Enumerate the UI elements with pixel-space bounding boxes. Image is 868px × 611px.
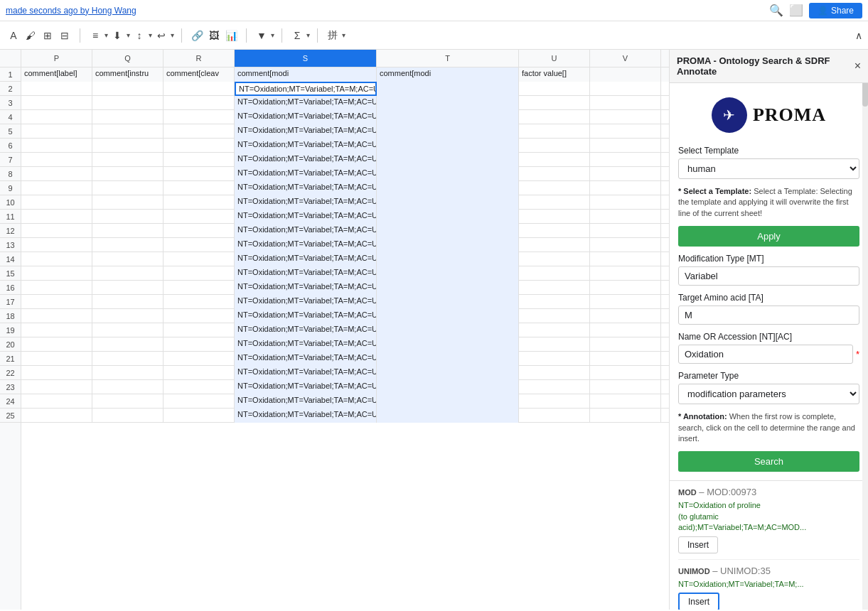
- cell-3-5[interactable]: [519, 124, 590, 139]
- col-header-w[interactable]: W: [661, 50, 669, 67]
- align-v-arrow[interactable]: ▾: [127, 31, 130, 39]
- cell-2-1[interactable]: [92, 110, 164, 124]
- cell-t-19[interactable]: [377, 352, 519, 366]
- cell-t-13[interactable]: [377, 266, 519, 281]
- header-cell-1[interactable]: comment[instru: [92, 67, 164, 82]
- cell-s-1[interactable]: NT=Oxidation;MT=Variabel;TA=M;AC=UNIMOD:…: [235, 96, 377, 110]
- cell-6-6[interactable]: [590, 167, 661, 181]
- cell-15-0[interactable]: [21, 295, 92, 309]
- header-cell-2[interactable]: comment[cleav: [164, 67, 235, 82]
- cell-0-6[interactable]: [590, 82, 661, 96]
- cell-t-18[interactable]: [377, 337, 519, 352]
- cell-s-8[interactable]: NT=Oxidation;MT=Variabel;TA=M;AC=UNIMOD:…: [235, 195, 377, 210]
- cell-t-17[interactable]: [377, 323, 519, 337]
- cell-13-2[interactable]: [164, 266, 235, 281]
- cell-21-6[interactable]: [590, 380, 661, 394]
- share-button[interactable]: 👤 Share: [809, 3, 862, 18]
- cell-s-21[interactable]: NT=Oxidation;MT=Variabel;TA=M;AC=UNIMOD:…: [235, 380, 377, 394]
- cell-7-0[interactable]: [21, 181, 92, 195]
- image-icon[interactable]: 🖼: [206, 28, 222, 43]
- cell-7-2[interactable]: [164, 181, 235, 195]
- cell-s-9[interactable]: NT=Oxidation;MT=Variabel;TA=M;AC=UNIMOD:…: [235, 210, 377, 224]
- col-header-q[interactable]: Q: [92, 50, 164, 67]
- cell-22-6[interactable]: [590, 394, 661, 409]
- cell-4-6[interactable]: [590, 139, 661, 153]
- cell-6-5[interactable]: [519, 167, 590, 181]
- cell-t-11[interactable]: [377, 238, 519, 252]
- cell-23-5[interactable]: [519, 409, 590, 423]
- cell-16-6[interactable]: [590, 309, 661, 323]
- cell-18-5[interactable]: [519, 337, 590, 352]
- cell-5-6[interactable]: [590, 153, 661, 167]
- cell-20-6[interactable]: [590, 366, 661, 380]
- col-header-r[interactable]: R: [164, 50, 235, 67]
- cell-15-1[interactable]: [92, 295, 164, 309]
- cell-11-6[interactable]: [590, 238, 661, 252]
- cell-13-6[interactable]: [590, 266, 661, 281]
- cell-10-6[interactable]: [590, 224, 661, 238]
- cell-20-0[interactable]: [21, 366, 92, 380]
- parameter-type-select[interactable]: modification parameters digestion parame…: [678, 384, 859, 404]
- cell-s-14[interactable]: NT=Oxidation;MT=Variabel;TA=M;AC=UNIMOD:…: [235, 281, 377, 295]
- cell-4-0[interactable]: [21, 139, 92, 153]
- cell-1-5[interactable]: [519, 96, 590, 110]
- cell-21-5[interactable]: [519, 380, 590, 394]
- cell-2-2[interactable]: [164, 110, 235, 124]
- cell-21-2[interactable]: [164, 380, 235, 394]
- cell-10-5[interactable]: [519, 224, 590, 238]
- cell-t-1[interactable]: [377, 96, 519, 110]
- cell-12-7[interactable]: [661, 252, 669, 266]
- collapse-toolbar-icon[interactable]: ∧: [855, 30, 862, 41]
- cell-21-1[interactable]: [92, 380, 164, 394]
- cell-11-2[interactable]: [164, 238, 235, 252]
- cell-t-15[interactable]: [377, 295, 519, 309]
- cell-17-0[interactable]: [21, 323, 92, 337]
- cell-18-0[interactable]: [21, 337, 92, 352]
- nav-icon-2[interactable]: ⬜: [789, 4, 803, 17]
- cell-17-2[interactable]: [164, 323, 235, 337]
- align-v-icon[interactable]: ⬇: [109, 28, 125, 43]
- cell-18-2[interactable]: [164, 337, 235, 352]
- cell-9-2[interactable]: [164, 210, 235, 224]
- cell-s-4[interactable]: NT=Oxidation;MT=Variabel;TA=M;AC=UNIMOD:…: [235, 139, 377, 153]
- grid[interactable]: comment[label]comment[instrucomment[clea…: [21, 67, 669, 610]
- cell-0-7[interactable]: [661, 82, 669, 96]
- cell-19-1[interactable]: [92, 352, 164, 366]
- cell-14-5[interactable]: [519, 281, 590, 295]
- cell-s-16[interactable]: NT=Oxidation;MT=Variabel;TA=M;AC=UNIMOD:…: [235, 309, 377, 323]
- cell-13-0[interactable]: [21, 266, 92, 281]
- cell-20-7[interactable]: [661, 366, 669, 380]
- cell-s-19[interactable]: NT=Oxidation;MT=Variabel;TA=M;AC=UNIMOD:…: [235, 352, 377, 366]
- link-icon[interactable]: 🔗: [189, 28, 205, 43]
- cell-19-6[interactable]: [590, 352, 661, 366]
- text-wrap-arrow[interactable]: ▾: [171, 31, 174, 39]
- cell-s-10[interactable]: NT=Oxidation;MT=Variabel;TA=M;AC=UNIMOD:…: [235, 224, 377, 238]
- cell-15-7[interactable]: [661, 295, 669, 309]
- cell-t-6[interactable]: [377, 167, 519, 181]
- cell-12-6[interactable]: [590, 252, 661, 266]
- cell-14-6[interactable]: [590, 281, 661, 295]
- cell-5-2[interactable]: [164, 153, 235, 167]
- cell-16-2[interactable]: [164, 309, 235, 323]
- align-h-icon[interactable]: ≡: [87, 28, 103, 43]
- cell-3-0[interactable]: [21, 124, 92, 139]
- cell-13-1[interactable]: [92, 266, 164, 281]
- cell-12-0[interactable]: [21, 252, 92, 266]
- cell-18-1[interactable]: [92, 337, 164, 352]
- filter-icon[interactable]: ▼: [254, 28, 269, 43]
- header-cell-7[interactable]: [661, 67, 669, 82]
- cell-7-7[interactable]: [661, 181, 669, 195]
- cell-1-2[interactable]: [164, 96, 235, 110]
- col-header-t[interactable]: T: [377, 50, 519, 67]
- cell-9-1[interactable]: [92, 210, 164, 224]
- cell-16-5[interactable]: [519, 309, 590, 323]
- cell-3-6[interactable]: [590, 124, 661, 139]
- text-wrap-icon[interactable]: ↩: [154, 28, 169, 43]
- cell-23-6[interactable]: [590, 409, 661, 423]
- cell-8-6[interactable]: [590, 195, 661, 210]
- cell-5-7[interactable]: [661, 153, 669, 167]
- cell-1-6[interactable]: [590, 96, 661, 110]
- author-link[interactable]: made seconds ago by Hong Wang: [6, 6, 136, 16]
- cell-15-5[interactable]: [519, 295, 590, 309]
- cell-2-7[interactable]: [661, 110, 669, 124]
